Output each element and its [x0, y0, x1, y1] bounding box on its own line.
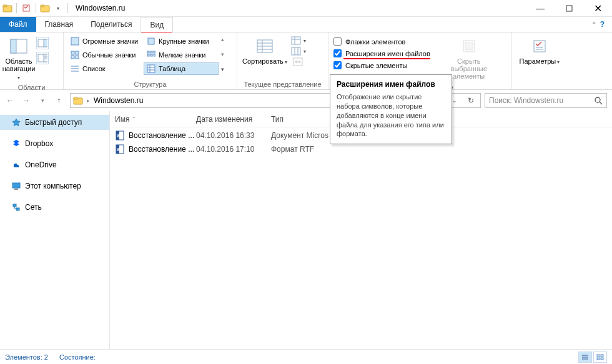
file-pane: Имя⌃ Дата изменения Тип W Восстановление… [110, 111, 612, 349]
add-columns-icon[interactable]: ▾ [291, 47, 306, 56]
tab-home[interactable]: Главная [36, 17, 82, 32]
layout-table[interactable]: Таблица [144, 62, 219, 75]
options-label: Параметры [520, 57, 560, 66]
ribbon-tabs: Файл Главная Поделиться Вид ⌃ ? [0, 17, 612, 32]
close-button[interactable]: ✕ [583, 0, 612, 17]
forward-button[interactable]: → [19, 93, 34, 108]
address-row: ← → ▾ ↑ ▸ Windowsten.ru ⌄ ↻ Поиск: Windo… [0, 90, 612, 111]
layout-gallery: Огромные значки Крупные значки Обычные з… [67, 35, 219, 75]
nav-dropbox[interactable]: Dropbox [0, 136, 109, 151]
layout-huge[interactable]: Огромные значки [67, 35, 142, 47]
navigation-pane: Быстрый доступ Dropbox OneDrive Этот ком… [0, 111, 110, 349]
hide-selected-icon [459, 36, 479, 56]
svg-rect-15 [148, 38, 154, 44]
sort-button[interactable]: Сортировать [241, 35, 289, 67]
folder-icon [2, 3, 12, 13]
nav-network[interactable]: Сеть [0, 200, 109, 215]
pane-small-buttons [36, 35, 49, 64]
network-icon [11, 202, 21, 212]
star-icon [11, 117, 21, 127]
nav-onedrive-label: OneDrive [25, 160, 57, 169]
column-date-label: Дата изменения [196, 115, 252, 124]
layout-table-label: Таблица [159, 65, 185, 72]
table-row[interactable]: W Восстановление ... 04.10.2016 17:10 Фо… [110, 142, 612, 156]
back-button[interactable]: ← [2, 93, 17, 108]
layout-list[interactable]: Список [67, 62, 142, 75]
file-name: Восстановление ... [129, 131, 196, 140]
recent-locations-button[interactable]: ▾ [35, 93, 50, 108]
svg-rect-20 [147, 51, 149, 53]
sort-label: Сортировать [242, 57, 287, 66]
qat-properties-icon[interactable] [21, 2, 32, 14]
scroll-up-icon[interactable]: ▴ [221, 36, 224, 42]
svg-rect-19 [76, 56, 79, 59]
layout-medium[interactable]: Обычные значки [67, 49, 142, 61]
svg-rect-1 [3, 5, 7, 7]
search-box[interactable]: Поиск: Windowsten.ru [485, 93, 607, 108]
svg-rect-46 [465, 42, 473, 50]
column-name-label: Имя [115, 115, 129, 124]
tab-view[interactable]: Вид [141, 17, 173, 32]
file-date: 04.10.2016 17:10 [196, 145, 271, 154]
svg-text:W: W [117, 134, 121, 138]
item-hidden[interactable]: Скрытые элементы [332, 60, 432, 71]
help-icon[interactable]: ? [600, 20, 605, 29]
refresh-icon[interactable]: ↻ [464, 94, 478, 107]
status-bar: Элементов: 2 Состояние: [0, 349, 612, 364]
collapse-ribbon-icon[interactable]: ⌃ [591, 21, 596, 28]
svg-rect-24 [151, 54, 152, 56]
svg-rect-21 [151, 51, 152, 53]
tab-share[interactable]: Поделиться [82, 17, 141, 32]
item-checkboxes[interactable]: Флажки элементов [332, 36, 432, 47]
options-icon [530, 36, 550, 56]
checkbox-extensions[interactable] [333, 49, 342, 57]
file-name: Восстановление ... [129, 145, 196, 154]
svg-text:W: W [117, 147, 121, 152]
column-name[interactable]: Имя⌃ [115, 115, 196, 124]
ribbon-group-options-label [516, 87, 563, 88]
layout-small[interactable]: Мелкие значки [144, 49, 219, 61]
details-pane-icon[interactable] [36, 52, 49, 64]
minimize-button[interactable]: — [526, 0, 555, 17]
tab-file[interactable]: Файл [0, 17, 36, 32]
ribbon-group-layout-label: Структура [67, 79, 233, 88]
expand-gallery-icon[interactable]: ▾ [221, 66, 224, 72]
status-view-buttons [578, 352, 607, 363]
qat-dropdown-icon[interactable]: ▾ [52, 2, 64, 14]
maximize-button[interactable] [555, 0, 583, 17]
item-extensions[interactable]: Расширения имен файлов [332, 48, 432, 59]
file-type: Формат RTF [271, 145, 371, 154]
layout-large[interactable]: Крупные значки [144, 35, 219, 47]
dropbox-icon [11, 139, 21, 149]
checkbox-item-checkboxes[interactable] [333, 37, 342, 46]
checkbox-hidden[interactable] [333, 61, 342, 69]
nav-thispc[interactable]: Этот компьютер [0, 179, 109, 194]
layout-small-label: Мелкие значки [159, 51, 205, 59]
sort-asc-icon: ⌃ [132, 116, 136, 122]
svg-rect-16 [71, 51, 74, 54]
svg-point-52 [595, 97, 600, 102]
up-button[interactable]: ↑ [51, 93, 66, 108]
breadcrumb[interactable]: Windowsten.ru [94, 96, 143, 105]
navigation-pane-button[interactable]: Область навигации [4, 35, 34, 82]
crumb-separator[interactable]: ▸ [86, 97, 91, 104]
group-by-icon[interactable]: ▾ [291, 36, 306, 45]
options-button[interactable]: Параметры [516, 35, 563, 67]
column-date[interactable]: Дата изменения [196, 115, 271, 124]
preview-pane-icon[interactable] [36, 37, 49, 49]
svg-rect-23 [147, 54, 149, 56]
ribbon: Область навигации Области Огромные значк… [0, 32, 612, 90]
status-details-view-icon[interactable] [578, 352, 592, 363]
medium-icons-icon [70, 50, 80, 60]
navigation-pane-icon [9, 36, 29, 56]
scroll-down-icon[interactable]: ▾ [221, 51, 224, 57]
svg-rect-25 [154, 54, 155, 56]
status-icons-view-icon[interactable] [593, 352, 607, 363]
nav-dropbox-label: Dropbox [25, 139, 53, 148]
qat-separator-2 [36, 3, 36, 13]
view-small-buttons: ▾ ▾ [291, 35, 306, 66]
nav-quick-access[interactable]: Быстрый доступ [0, 115, 109, 130]
size-columns-icon[interactable] [293, 57, 304, 66]
layout-list-label: Список [82, 65, 106, 72]
nav-onedrive[interactable]: OneDrive [0, 157, 109, 172]
